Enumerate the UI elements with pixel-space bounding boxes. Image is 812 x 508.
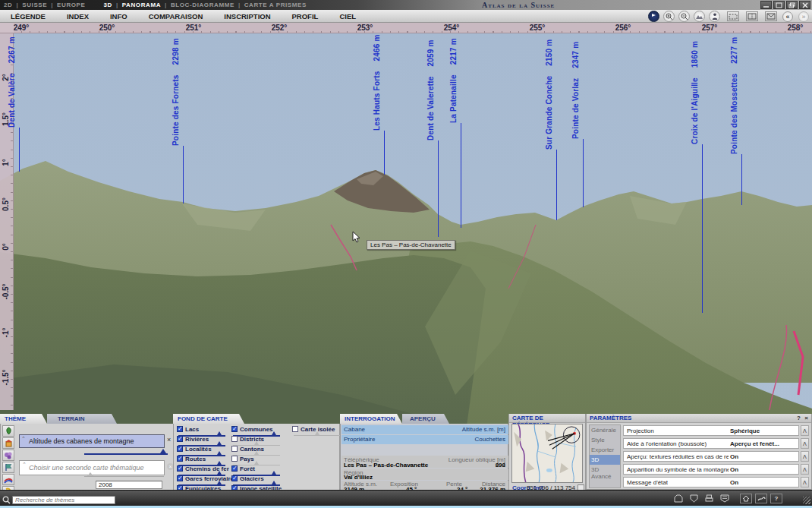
checkbox[interactable] (177, 475, 183, 481)
checkbox[interactable] (231, 465, 238, 472)
param-value[interactable]: Sphérique (730, 427, 760, 436)
dropdown-chevron-icon[interactable]: ᐱ (801, 477, 809, 487)
terrain-view-icon[interactable] (694, 11, 705, 22)
split-view-icon[interactable] (746, 11, 758, 21)
menu-legende[interactable]: LÉGENDE (0, 12, 56, 21)
checkbox[interactable] (177, 426, 183, 432)
peak-label[interactable]: Les Hauts Forts2466 m (384, 131, 385, 175)
nav-3d[interactable]: 3D (590, 455, 620, 465)
link-button[interactable] (755, 494, 767, 503)
shield-icon[interactable] (690, 494, 698, 503)
tab-terrain[interactable]: TERRAIN (47, 414, 117, 424)
zoom-in-icon[interactable] (663, 11, 675, 22)
param-value[interactable]: On (730, 478, 738, 487)
nav-exporter[interactable]: Exporter (590, 445, 620, 455)
peak-label[interactable]: Dent de Valerette2059 m (438, 140, 439, 237)
spinner-icon[interactable]: ⌃ (21, 437, 26, 441)
tab-theme[interactable]: THÈME (0, 414, 47, 424)
measure-icon[interactable] (727, 11, 739, 21)
mail-icon[interactable] (765, 11, 777, 21)
tab-interrogation[interactable]: INTERROGATION (340, 414, 402, 424)
checkbox[interactable] (231, 426, 238, 432)
menu-ciel[interactable]: CIEL (329, 12, 367, 21)
nav-2d[interactable]: 2D (0, 2, 16, 8)
layer-communes[interactable]: Communes (231, 426, 289, 436)
second-theme-slider[interactable] (84, 476, 164, 477)
dropdown-chevron-icon[interactable]: ᐱ (801, 451, 809, 462)
help-icon[interactable]: ? (797, 415, 801, 421)
folder-icon[interactable] (674, 494, 683, 503)
menu-comparaison[interactable]: COMPARAISON (138, 12, 214, 21)
dropdown-chevron-icon[interactable]: ᐱ (801, 425, 809, 436)
dropdown-chevron-icon[interactable]: ᐱ (801, 464, 809, 475)
reference-map[interactable] (511, 424, 583, 483)
nav-europe[interactable]: EUROPE (53, 2, 89, 8)
checkbox[interactable] (177, 456, 183, 462)
navigate-tool-icon[interactable] (648, 11, 659, 22)
peak-label[interactable]: Pointe des Fornets2298 m (183, 146, 184, 204)
checkbox[interactable] (177, 465, 183, 472)
next-view-button[interactable]: » (798, 11, 809, 22)
menu-inscription[interactable]: INSCRIPTION (213, 12, 281, 21)
layer-glaciers[interactable]: Glaciers (231, 475, 289, 485)
peak-label[interactable]: Croix de l'Aiguille1860 m (702, 144, 703, 313)
menu-index[interactable]: INDEX (56, 12, 99, 21)
nav-bloc-diagramme[interactable]: BLOC-DIAGRAMME (167, 2, 238, 8)
vegetation-icon[interactable] (2, 425, 14, 437)
home-button[interactable] (740, 494, 752, 503)
transport-icon[interactable] (2, 474, 14, 485)
layer-gares-ferroviaires[interactable]: Gares ferroviaires (177, 475, 231, 485)
maximize-button[interactable] (773, 1, 785, 9)
peak-label[interactable]: Pointe des Mossettes2277 m (741, 154, 742, 205)
checkbox[interactable] (292, 426, 298, 432)
spinner-icon[interactable]: ⌃ (21, 462, 26, 467)
observer-icon[interactable] (709, 11, 720, 22)
close-button[interactable] (799, 1, 810, 9)
layer-foret[interactable]: Forêt (231, 465, 289, 475)
society-icon[interactable] (2, 450, 14, 461)
year-field[interactable]: 2008 (96, 481, 162, 489)
flag-icon[interactable] (2, 462, 14, 473)
nav-3d-avance[interactable]: 3D Avancé (590, 465, 620, 481)
nav-suisse[interactable]: SUISSE (18, 2, 51, 8)
peak-label[interactable]: Sur Grande Conche2150 m (556, 150, 557, 220)
minimize-button[interactable] (760, 1, 772, 9)
resize-grip[interactable] (803, 497, 810, 504)
restore-button[interactable] (786, 1, 798, 9)
menu-profil[interactable]: PROFIL (282, 12, 329, 21)
theme-search-input[interactable] (12, 496, 115, 504)
help-button[interactable]: ? (770, 494, 782, 503)
layer-rivieres[interactable]: Rivières (177, 436, 231, 446)
peak-label[interactable]: Dent de Valère2267 m (19, 128, 20, 172)
checkbox[interactable] (231, 436, 238, 442)
layer-lacs[interactable]: Lacs (177, 426, 231, 436)
nav-generale[interactable]: Générale (590, 425, 620, 435)
theme-select[interactable]: ⌃ Altitude des cabanes de montagne (19, 434, 165, 448)
nav-3d[interactable]: 3D (99, 2, 115, 8)
layer-slider[interactable] (294, 434, 341, 438)
peak-label[interactable]: Pointe de Vorlaz2347 m (583, 139, 584, 207)
menu-info[interactable]: INFO (99, 12, 138, 21)
tab-fond-de-carte[interactable]: FOND DE CARTE (173, 414, 244, 424)
close-panel-icon[interactable]: × (804, 415, 808, 421)
zoom-out-icon[interactable] (678, 11, 690, 22)
peak-label[interactable]: La Patenaille2217 m (461, 123, 461, 228)
buildings-icon[interactable] (2, 437, 14, 449)
param-value[interactable]: On (730, 465, 738, 475)
nav-carte-a-prismes[interactable]: CARTE A PRISMES (241, 2, 310, 8)
layer-chemins-de-fer[interactable]: Chemins de fer (177, 465, 231, 475)
layer-routes[interactable]: Routes (177, 456, 231, 465)
layer-cantons[interactable]: Cantons (231, 446, 289, 456)
printer-icon[interactable] (705, 494, 713, 503)
checkbox[interactable] (177, 446, 183, 452)
layer-districts[interactable]: Districts (231, 436, 289, 446)
previous-view-button[interactable]: « (782, 11, 793, 22)
dropdown-chevron-icon[interactable]: ᐱ (801, 438, 809, 449)
globe-icon[interactable] (720, 494, 729, 503)
layer-pays[interactable]: Pays (231, 456, 289, 465)
nav-panorama[interactable]: PANORAMA (118, 2, 165, 8)
layer-carte-isolee[interactable]: Carte isolée (292, 426, 338, 436)
checkbox[interactable] (231, 456, 238, 462)
param-value[interactable]: On (730, 453, 738, 462)
checkbox[interactable] (177, 436, 183, 442)
